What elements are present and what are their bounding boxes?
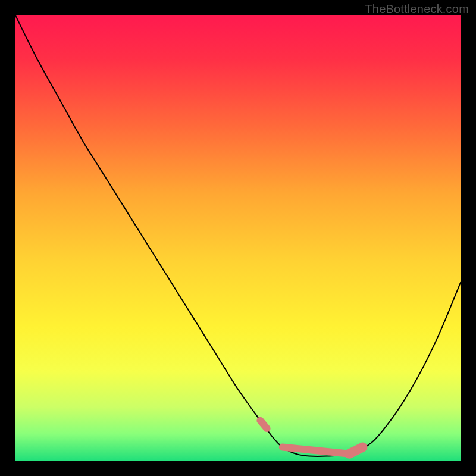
bottleneck-chart (15, 15, 461, 461)
gradient-background (15, 15, 461, 461)
optimal-range-highlight (349, 447, 362, 454)
chart-container: TheBottleneck.com (0, 0, 476, 476)
watermark-label: TheBottleneck.com (365, 2, 469, 16)
